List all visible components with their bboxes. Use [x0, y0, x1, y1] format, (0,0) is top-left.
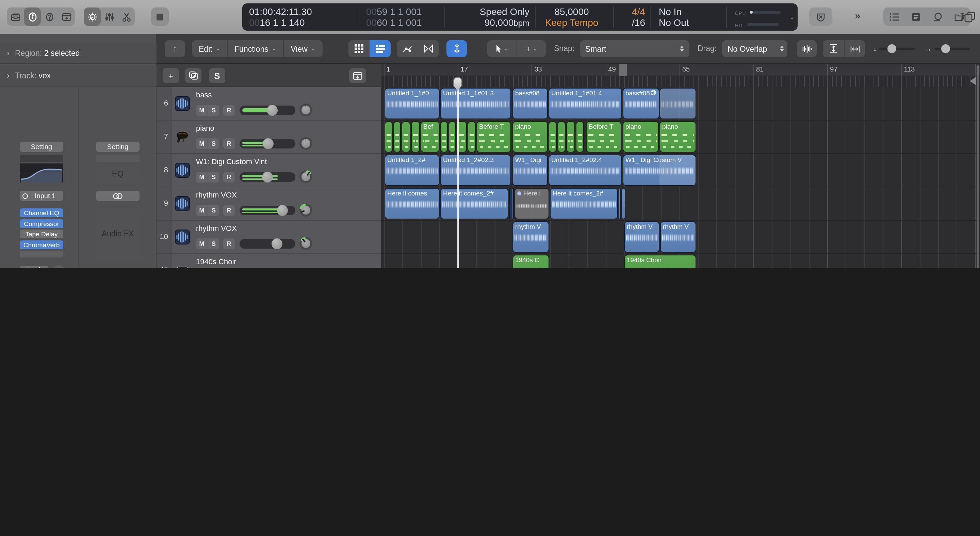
track-volume-slider[interactable] — [240, 139, 295, 148]
region-w1-digi[interactable]: W1_ Digi — [512, 155, 548, 186]
region-piano[interactable]: piano — [623, 121, 659, 153]
solo-button[interactable]: S — [208, 205, 219, 216]
vertical-scrollbar[interactable] — [977, 65, 979, 268]
editors-scissors-icon[interactable] — [118, 8, 135, 26]
automation-button[interactable] — [397, 40, 418, 57]
disclosure-chevron-icon[interactable]: › — [7, 71, 10, 80]
region[interactable] — [549, 121, 557, 153]
flex-split-button[interactable] — [447, 40, 467, 57]
region-1940s-c[interactable]: 1940s C — [512, 255, 549, 268]
region[interactable] — [393, 121, 401, 153]
lcd-signature[interactable]: 4/4 /16 — [614, 3, 645, 31]
region[interactable] — [468, 121, 476, 153]
library-icon[interactable] — [7, 8, 24, 26]
track-header-rhythm-vox[interactable]: 10rhythm VOXMSR — [156, 221, 381, 254]
region-here-it-comes[interactable]: Here it comes — [385, 188, 440, 219]
pan-knob[interactable] — [299, 170, 312, 183]
lcd-time-signature[interactable]: 4/4 — [614, 6, 645, 17]
list-editors-icon[interactable] — [883, 8, 905, 26]
ruler-marker[interactable] — [619, 64, 627, 76]
hzoom-thumb[interactable] — [941, 44, 950, 53]
region-bass-08[interactable]: bass#08 — [512, 88, 548, 119]
ruler-end-arrow-icon[interactable] — [970, 77, 976, 85]
snap-dropdown[interactable]: Smart — [580, 40, 689, 57]
lcd-smpte-time[interactable]: 01:00:42:11.30 — [249, 6, 358, 17]
view-menu[interactable]: View⌄ — [284, 40, 322, 57]
toolbar-toggle-icon[interactable] — [58, 8, 75, 26]
lcd-keep-tempo[interactable]: Keep Tempo — [536, 17, 608, 28]
track-lane[interactable]: Untitled 1_1#0Untitled 1_1#01.3bass#08Un… — [381, 87, 980, 121]
lcd-position[interactable]: 01:00:42:11.30 0016 1 1 140 — [249, 3, 358, 31]
track-stack-button[interactable] — [349, 68, 366, 83]
volume-knob[interactable] — [263, 138, 274, 149]
quick-help-icon[interactable] — [41, 8, 58, 26]
region[interactable] — [659, 88, 696, 119]
solo-tracks-button[interactable]: S — [209, 68, 225, 83]
waveform-zoom-button[interactable] — [797, 40, 817, 57]
region-rhythm-v[interactable]: rhythm V — [512, 221, 549, 253]
lcd-locators[interactable]: 0059 1 1 001 0060 1 1 001 — [366, 3, 442, 31]
plugin-slot-tape-delay[interactable]: Tape Delay — [20, 230, 63, 238]
vertical-zoom-slider[interactable]: ↕ — [873, 41, 915, 56]
track-volume-slider[interactable] — [240, 239, 295, 249]
sends-button[interactable]: Sends — [20, 266, 48, 268]
track-name[interactable]: piano — [196, 124, 215, 132]
plugin-slot-channel-eq[interactable]: Channel EQ — [20, 208, 63, 217]
keyboard-stand-icon[interactable] — [175, 263, 190, 268]
audio-fx-slot[interactable]: Audio FX — [95, 208, 141, 259]
solo-button[interactable]: S — [208, 238, 219, 249]
region-bass-08-3[interactable]: bass#08.3 — [623, 88, 659, 119]
setting-button[interactable]: Setting — [20, 142, 63, 152]
share-copy-icon[interactable] — [961, 8, 978, 26]
region-untitled-1-1-01-4[interactable]: Untitled 1_1#01.4 — [549, 88, 622, 119]
track-volume-slider[interactable] — [240, 172, 295, 182]
loop-browser-icon[interactable] — [927, 8, 949, 26]
inspector-toggle-icon[interactable] — [24, 8, 41, 26]
track-name[interactable]: 1940s Choir — [196, 257, 237, 266]
track-lane[interactable]: BefBefore TpianoBefore Tpianopiano — [381, 121, 980, 154]
volume-knob[interactable] — [267, 105, 278, 116]
region[interactable] — [449, 121, 456, 153]
send-knob[interactable] — [54, 265, 64, 268]
solo-button[interactable]: S — [208, 138, 219, 149]
lcd-display[interactable]: 01:00:42:11.30 0016 1 1 140 0059 1 1 001… — [242, 3, 798, 31]
left-click-tool[interactable]: ⌄ — [487, 40, 517, 57]
region-piano[interactable]: piano — [512, 121, 548, 153]
eq-thumbnail[interactable] — [20, 163, 63, 182]
region-untitled-1-1-01-3[interactable]: Untitled 1_1#01.3 — [440, 88, 511, 119]
solo-button[interactable]: S — [208, 105, 219, 116]
track-name[interactable]: bass — [196, 91, 212, 99]
vertical-auto-zoom-button[interactable] — [823, 40, 844, 57]
region-before-t[interactable]: Before T — [586, 121, 621, 153]
add-track-button[interactable]: + — [163, 68, 179, 83]
tuner-button[interactable] — [809, 8, 832, 26]
region-bef[interactable]: Bef — [421, 121, 440, 153]
region[interactable] — [566, 121, 575, 153]
region-inspector-header[interactable]: › Region: 2 selected — [0, 43, 156, 64]
track-lane[interactable]: rhythm Vrhythm Vrhythm V — [381, 221, 980, 254]
lcd-varispeed-value[interactable]: 85,0000 — [536, 6, 608, 17]
mixer-icon[interactable] — [101, 8, 118, 26]
lcd-performance[interactable]: CPU HD — [735, 3, 789, 31]
region-rhythm-v[interactable]: rhythm V — [660, 221, 696, 253]
input-format-icon[interactable] — [22, 193, 28, 199]
mute-button[interactable]: M — [196, 172, 208, 182]
lcd-expand-chevron-icon[interactable]: ⌄ — [789, 13, 795, 21]
smart-controls-icon[interactable] — [84, 8, 101, 26]
edit-menu[interactable]: Edit⌄ — [192, 40, 228, 57]
mute-button[interactable]: M — [196, 138, 208, 149]
waveform-icon[interactable] — [175, 230, 190, 244]
region-here-it-comes-2-[interactable]: Here it comes_2# — [550, 188, 618, 219]
region[interactable] — [411, 121, 420, 153]
waveform-icon[interactable] — [175, 96, 190, 111]
track-lane[interactable]: Here it comesHere it comes_2#Here iHere … — [381, 187, 980, 221]
horizontal-zoom-slider[interactable]: ↔ — [925, 41, 970, 56]
lcd-bpm[interactable]: 90,000 — [485, 17, 514, 28]
track-name[interactable]: rhythm VOX — [196, 191, 237, 199]
drag-dropdown[interactable]: No Overlap — [722, 40, 788, 57]
waveform-icon[interactable] — [175, 196, 190, 211]
functions-menu[interactable]: Functions⌄ — [228, 40, 284, 57]
lcd-varispeed[interactable]: 85,0000 Keep Tempo — [536, 3, 608, 31]
track-volume-slider[interactable] — [240, 105, 295, 115]
track-header-w1-digi-custom-vint[interactable]: 8W1: Digi Custom VintMSR — [156, 154, 381, 187]
